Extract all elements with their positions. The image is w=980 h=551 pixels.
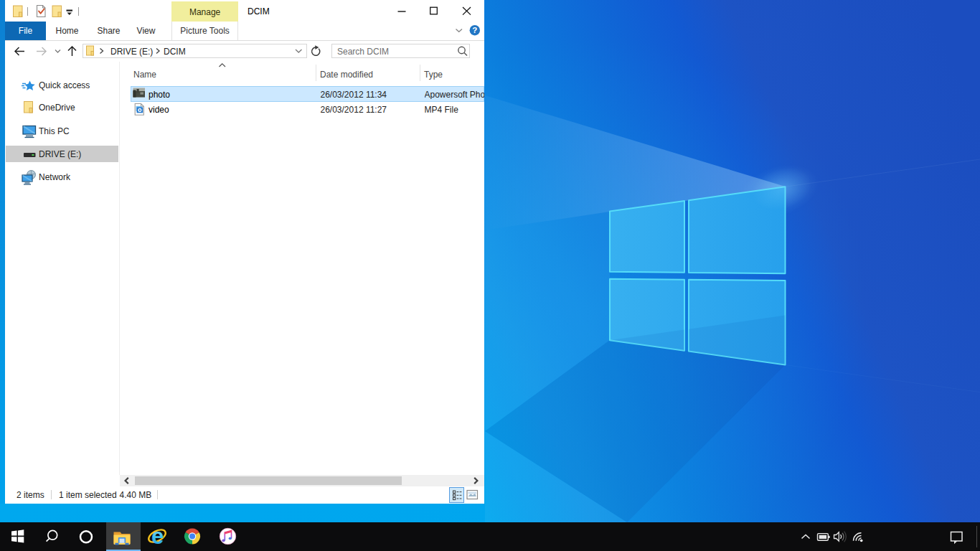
svg-text:?: ?: [472, 26, 477, 34]
svg-text:e: e: [151, 524, 164, 549]
